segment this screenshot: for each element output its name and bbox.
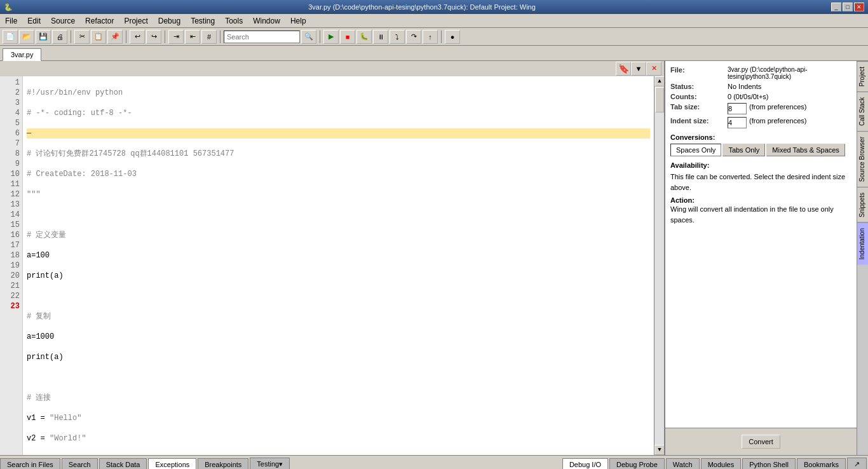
side-tab-indentation[interactable]: Indentation <box>857 222 868 265</box>
code-area[interactable]: #!/usr/bin/env python # -*- coding: utf-… <box>23 76 654 455</box>
file-label: File: <box>670 66 728 74</box>
run-button[interactable]: ▶ <box>323 30 339 44</box>
tabsize-note: (from preferences) <box>749 103 806 111</box>
menu-testing[interactable]: Testing <box>186 14 220 27</box>
right-side-tabs: Project Call Stack Source Browser Snippe… <box>857 61 868 455</box>
paste-button[interactable]: 📌 <box>107 30 123 44</box>
cut-button[interactable]: ✂ <box>74 30 90 44</box>
menu-source[interactable]: Source <box>46 14 80 27</box>
counts-label: Counts: <box>670 93 728 100</box>
search-button[interactable]: 🔍 <box>301 30 316 44</box>
breakpoint-button[interactable]: ● <box>445 30 460 44</box>
side-tab-callstack[interactable]: Call Stack <box>857 92 868 131</box>
tab-more[interactable]: ↗ <box>847 458 867 469</box>
indent-button[interactable]: ⇥ <box>168 30 184 44</box>
maximize-button[interactable]: □ <box>843 3 853 11</box>
scroll-down[interactable]: ▼ <box>654 445 664 455</box>
tabs-only-button[interactable]: Tabs Only <box>722 144 765 156</box>
tab-stack-data[interactable]: Stack Data <box>99 458 147 469</box>
save-button[interactable]: 💾 <box>36 30 51 44</box>
redo-button[interactable]: ↪ <box>146 30 161 44</box>
indentsize-info-row: Indent size: (from preferences) <box>670 117 851 128</box>
tab-breakpoints[interactable]: Breakpoints <box>198 458 248 469</box>
step-out[interactable]: ↑ <box>423 30 438 44</box>
convert-button[interactable]: Convert <box>742 435 780 449</box>
undo-button[interactable]: ↩ <box>130 30 145 44</box>
availability-title: Availability: <box>670 161 851 169</box>
file-info-row: File: 3var.py (D:\code\python-api-tesing… <box>670 66 851 80</box>
tab-modules[interactable]: Modules <box>701 458 742 469</box>
mixed-tabs-button[interactable]: Mixed Tabs & Spaces <box>766 144 845 156</box>
indentsize-label: Indent size: <box>670 117 728 125</box>
new-button[interactable]: 📄 <box>3 30 18 44</box>
menu-help[interactable]: Help <box>285 14 311 27</box>
menu-refactor[interactable]: Refactor <box>80 14 119 27</box>
vertical-scrollbar[interactable]: ▲ ▼ <box>654 76 664 455</box>
tab-python-shell[interactable]: Python Shell <box>742 458 796 469</box>
tabsize-info-row: Tab size: (from preferences) <box>670 103 851 114</box>
close-button[interactable]: ✕ <box>854 3 864 11</box>
tab-debug-probe[interactable]: Debug Probe <box>609 458 665 469</box>
tab-testing[interactable]: Testing▾ <box>250 458 290 469</box>
sep2 <box>126 31 126 43</box>
menu-tools[interactable]: Tools <box>220 14 248 27</box>
titlebar-icon: 🐍 <box>4 3 13 11</box>
sep6 <box>441 31 442 43</box>
copy-button[interactable]: 📋 <box>91 30 106 44</box>
side-tab-snippets[interactable]: Snippets <box>857 187 868 222</box>
bookmark-icon[interactable]: 🔖 <box>616 62 631 76</box>
file-value: 3var.py (D:\code\python-api-tesing\pytho… <box>728 66 851 80</box>
close-editor-icon[interactable]: ✕ <box>646 62 661 76</box>
stop-button[interactable]: ■ <box>340 30 355 44</box>
tabsize-input[interactable] <box>728 103 747 114</box>
bottom-panel: Search in Files Search Stack Data Except… <box>0 455 868 469</box>
minimize-button[interactable]: _ <box>831 3 841 11</box>
indentsize-input[interactable] <box>728 117 747 128</box>
debug-button[interactable]: 🐛 <box>356 30 372 44</box>
step-into[interactable]: ⤵ <box>390 30 405 44</box>
comment-button[interactable]: # <box>201 30 217 44</box>
conversion-buttons: Spaces Only Tabs Only Mixed Tabs & Space… <box>670 144 851 156</box>
menu-window[interactable]: Window <box>248 14 285 27</box>
action-title: Action: <box>670 196 851 204</box>
menu-project[interactable]: Project <box>119 14 153 27</box>
right-panel: File: 3var.py (D:\code\python-api-tesing… <box>665 61 868 455</box>
menu-file[interactable]: File <box>0 14 22 27</box>
spaces-only-button[interactable]: Spaces Only <box>670 144 721 156</box>
availability-text: This file can be converted. Select the d… <box>670 172 851 193</box>
tab-exceptions[interactable]: Exceptions <box>148 458 196 469</box>
step-over[interactable]: ↷ <box>406 30 421 44</box>
menubar: File Edit Source Refactor Project Debug … <box>0 14 868 28</box>
tab-3var[interactable]: 3var.py <box>3 48 41 61</box>
print-button[interactable]: 🖨 <box>52 30 67 44</box>
tab-debug-io[interactable]: Debug I/O <box>562 458 608 469</box>
pause-button[interactable]: ⏸ <box>373 30 388 44</box>
right-inner: File: 3var.py (D:\code\python-api-tesing… <box>665 61 857 455</box>
titlebar-controls: _ □ ✕ <box>831 3 864 11</box>
line-numbers: 12345 678910 1112131415 1617181920 21222… <box>0 76 23 455</box>
sep4 <box>220 31 220 43</box>
collapse-icon[interactable]: ▼ <box>631 62 646 76</box>
counts-value: 0 (0t/0s/0t+s) <box>728 93 769 100</box>
tab-watch[interactable]: Watch <box>666 458 700 469</box>
sep3 <box>165 31 165 43</box>
editor-content[interactable]: 12345 678910 1112131415 1617181920 21222… <box>0 76 664 455</box>
tab-bookmarks[interactable]: Bookmarks <box>797 458 846 469</box>
convert-area: Convert <box>665 428 857 455</box>
scroll-up[interactable]: ▲ <box>654 76 664 86</box>
side-tab-sourcebrowser[interactable]: Source Browser <box>857 131 868 187</box>
tab-search[interactable]: Search <box>62 458 98 469</box>
tabbar: 3var.py <box>0 46 868 61</box>
titlebar-title: 3var.py (D:\code\python-api-tesing\pytho… <box>308 3 536 11</box>
open-button[interactable]: 📂 <box>19 30 34 44</box>
scroll-thumb[interactable] <box>655 87 664 112</box>
scroll-track[interactable] <box>654 86 664 445</box>
unindent-button[interactable]: ⇤ <box>185 30 200 44</box>
indentsize-note: (from preferences) <box>749 117 806 125</box>
search-input[interactable] <box>224 31 300 43</box>
right-content: File: 3var.py (D:\code\python-api-tesing… <box>665 61 857 428</box>
menu-edit[interactable]: Edit <box>22 14 46 27</box>
tab-search-in-files[interactable]: Search in Files <box>0 458 60 469</box>
menu-debug[interactable]: Debug <box>153 14 186 27</box>
side-tab-project[interactable]: Project <box>857 61 868 92</box>
